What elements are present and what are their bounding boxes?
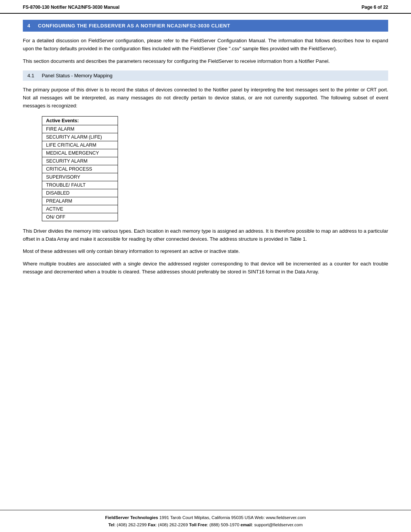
footer-company: FieldServer Technologies	[105, 515, 158, 520]
table-row: ACTIVE	[42, 205, 118, 213]
table-row: MEDICAL EMERGENCY	[42, 149, 118, 157]
footer-line1: FieldServer Technologies 1991 Tarob Cour…	[23, 514, 388, 521]
table-row: DISABLED	[42, 189, 118, 197]
footer-tel: : (408) 262-2299	[114, 522, 147, 527]
table-row: SUPERVISORY	[42, 173, 118, 181]
header-left: FS-8700-130 Notifier NCA2/NFS-3030 Manua…	[23, 5, 119, 10]
footer-fax: : (408) 262-2269	[156, 522, 188, 527]
table-row: ON/ OFF	[42, 213, 118, 221]
footer-tollfree: : (888) 509-1970	[207, 522, 239, 527]
page-header: FS-8700-130 Notifier NCA2/NFS-3030 Manua…	[0, 0, 411, 14]
table-cell: SUPERVISORY	[42, 173, 118, 181]
table-cell: FIRE ALARM	[42, 125, 118, 133]
header-right: Page 6 of 22	[362, 5, 388, 10]
table-row: FIRE ALARM	[42, 125, 118, 133]
section41-para4: Where multiple troubles are associated w…	[23, 260, 388, 276]
table-row: CRITICAL PROCESS	[42, 165, 118, 173]
table-row: SECURITY ALARM (LIFE)	[42, 133, 118, 141]
section41-para2: This Driver divides the memory into vari…	[23, 227, 388, 243]
table-cell: ON/ OFF	[42, 213, 118, 221]
table-cell: ACTIVE	[42, 205, 118, 213]
section41-para1: The primary purpose of this driver is to…	[23, 86, 388, 110]
footer-tel-label: Tel	[108, 522, 115, 527]
footer-line1-rest: 1991 Tarob Court Milpitas, California 95…	[158, 515, 306, 520]
section41-para3: Most of these addresses will only contai…	[23, 248, 388, 256]
footer-fax-label: Fax	[147, 522, 156, 527]
active-events-table: Active Events: FIRE ALARMSECURITY ALARM …	[42, 116, 118, 221]
table-header: Active Events:	[42, 116, 118, 125]
table-row: SECURITY ALARM	[42, 157, 118, 165]
section4-title: CONFIGURING THE FIELDSERVER AS A NOTIFIE…	[38, 23, 230, 29]
table-row: LIFE CRITICAL ALARM	[42, 141, 118, 149]
table-row: PREALARM	[42, 197, 118, 205]
table-cell: MEDICAL EMERGENCY	[42, 149, 118, 157]
section41-heading: 4.1 Panel Status - Memory Mapping	[23, 70, 388, 81]
section41-title: Panel Status - Memory Mapping	[42, 73, 113, 78]
table-cell: CRITICAL PROCESS	[42, 165, 118, 173]
footer-email-label: email	[239, 522, 252, 527]
section4-number: 4	[27, 23, 30, 29]
footer-line2: Tel: (408) 262-2299 Fax: (408) 262-2269 …	[23, 521, 388, 528]
main-content: 4 CONFIGURING THE FIELDSERVER AS A NOTIF…	[0, 14, 411, 510]
footer-email: : support@fieldserver.com	[252, 522, 303, 527]
table-cell: TROUBLE/ FAULT	[42, 181, 118, 189]
section4-para1: For a detailed discussion on FieldServer…	[23, 37, 388, 53]
page-container: FS-8700-130 Notifier NCA2/NFS-3030 Manua…	[0, 0, 411, 532]
table-cell: PREALARM	[42, 197, 118, 205]
section4-heading: 4 CONFIGURING THE FIELDSERVER AS A NOTIF…	[23, 20, 388, 32]
section41-number: 4.1	[27, 73, 34, 78]
page-footer: FieldServer Technologies 1991 Tarob Cour…	[0, 510, 411, 532]
table-cell: SECURITY ALARM	[42, 157, 118, 165]
table-cell: SECURITY ALARM (LIFE)	[42, 133, 118, 141]
section4-para2: This section documents and describes the…	[23, 58, 388, 66]
table-row: TROUBLE/ FAULT	[42, 181, 118, 189]
footer-tollfree-label: Toll Free	[188, 522, 207, 527]
table-cell: DISABLED	[42, 189, 118, 197]
table-cell: LIFE CRITICAL ALARM	[42, 141, 118, 149]
